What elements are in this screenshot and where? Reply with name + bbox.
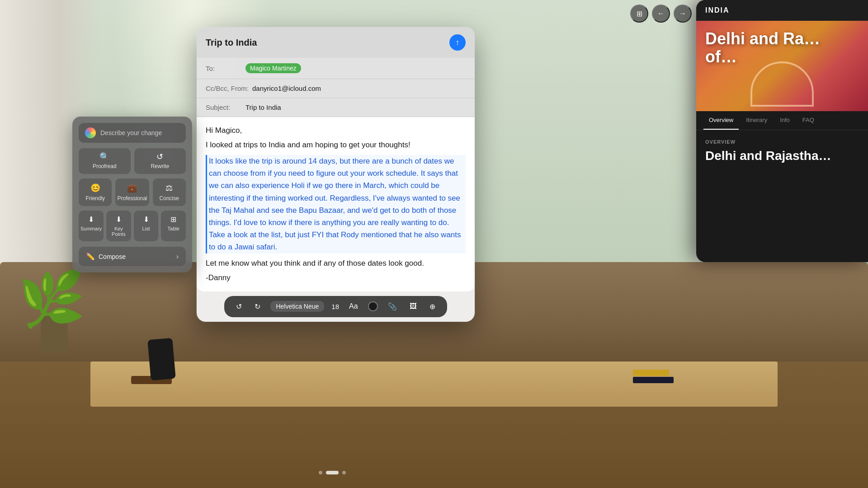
summary-label: Summary xyxy=(80,226,102,231)
email-first-line: I looked at trips to India and am hoping… xyxy=(206,141,466,150)
book-1 xyxy=(633,370,669,376)
email-fields: To: Magico Martinez Cc/Bcc, From: danyri… xyxy=(197,58,475,117)
professional-icon: 💼 xyxy=(127,183,137,193)
rewrite-button[interactable]: ↺ Rewrite xyxy=(134,148,186,174)
to-field-row: To: Magico Martinez xyxy=(197,58,475,79)
table-label: Table xyxy=(168,226,179,231)
proofread-icon: 🔍 xyxy=(99,153,109,161)
list-button[interactable]: ⬇ List xyxy=(134,211,159,241)
font-size-value: 18 xyxy=(331,303,339,310)
from-email: danyrico1@icloud.com xyxy=(252,84,321,92)
photo-button[interactable]: 🖼 xyxy=(407,300,420,312)
india-hero-text: Delhi and Ra…of… xyxy=(705,30,820,66)
ai-tools-grid: 🔍 Proofread ↺ Rewrite xyxy=(79,148,186,174)
concise-label: Concise xyxy=(160,195,179,202)
ai-icon xyxy=(85,127,96,138)
subject-value: Trip to India xyxy=(245,103,281,111)
book-2 xyxy=(633,377,674,383)
send-button[interactable] xyxy=(449,34,466,51)
rewrite-icon: ↺ xyxy=(156,153,163,161)
font-name-button[interactable]: Helvetica Neue xyxy=(270,301,324,312)
compose-left: ✏️ Compose xyxy=(86,252,126,261)
email-formatting-toolbar: ↺ ↻ Helvetica Neue 18 Aa 📎 🖼 ⊕ xyxy=(224,296,447,317)
email-selected-text: It looks like the trip is around 14 days… xyxy=(206,155,466,253)
summary-icon: ⬇ xyxy=(88,215,94,224)
page-dot-3 xyxy=(342,471,346,474)
summary-button[interactable]: ⬇ Summary xyxy=(79,211,104,241)
describe-placeholder: Describe your change xyxy=(100,129,162,136)
page-indicator xyxy=(319,471,346,474)
proofread-button[interactable]: 🔍 Proofread xyxy=(79,148,131,174)
compose-label: Compose xyxy=(99,253,126,260)
india-travel-panel: INDIA Delhi and Ra…of… Overview Itinerar… xyxy=(696,0,868,262)
more-options-button[interactable]: ⊕ xyxy=(427,300,438,313)
list-label: List xyxy=(142,226,150,231)
email-header: Trip to India xyxy=(197,27,475,58)
india-nav-faq[interactable]: FAQ xyxy=(797,111,820,130)
ai-format-row: ⬇ Summary ⬇ Key Points ⬇ List ⊞ Table xyxy=(79,211,186,241)
professional-label: Professional xyxy=(117,195,147,202)
india-navigation: Overview Itinerary Info FAQ xyxy=(696,111,868,130)
email-body[interactable]: Hi Magico, I looked at trips to India an… xyxy=(197,117,475,291)
ai-writing-panel: Describe your change 🔍 Proofread ↺ Rewri… xyxy=(72,117,192,272)
email-compose-window: Trip to India To: Magico Martinez Cc/Bcc… xyxy=(197,27,475,322)
key-points-icon: ⬇ xyxy=(116,215,122,224)
concise-button[interactable]: ⚖ Concise xyxy=(153,178,186,206)
india-header-bar: INDIA xyxy=(696,0,868,21)
subject-label: Subject: xyxy=(206,103,242,111)
font-size-button[interactable]: Aa xyxy=(346,300,361,312)
email-signature: -Danny xyxy=(206,273,466,282)
india-overview-section: OVERVIEW Delhi and Rajastha… xyxy=(696,130,868,173)
professional-button[interactable]: 💼 Professional xyxy=(115,178,149,206)
top-bar: ⊞ ← → xyxy=(630,5,692,23)
undo-button[interactable]: ↺ xyxy=(233,300,245,313)
nav-back-button[interactable]: ← xyxy=(652,5,670,23)
list-icon: ⬇ xyxy=(143,215,149,224)
email-window-title: Trip to India xyxy=(206,38,257,48)
rewrite-label: Rewrite xyxy=(151,163,169,169)
phone-object xyxy=(147,338,176,380)
page-dot-1 xyxy=(319,471,322,474)
redo-button[interactable]: ↻ xyxy=(252,300,263,313)
key-points-button[interactable]: ⬇ Key Points xyxy=(106,211,131,241)
cc-label: Cc/Bcc, From: xyxy=(206,84,249,92)
email-greeting: Hi Magico, xyxy=(206,126,466,135)
proofread-label: Proofread xyxy=(93,163,117,169)
books-stack xyxy=(633,370,674,384)
describe-change-input[interactable]: Describe your change xyxy=(79,123,186,143)
overview-section-title: Delhi and Rajastha… xyxy=(705,148,859,164)
key-points-label: Key Points xyxy=(108,226,129,237)
recipient-chip[interactable]: Magico Martinez xyxy=(245,63,301,73)
friendly-label: Friendly xyxy=(85,195,105,202)
compose-icon: ✏️ xyxy=(86,252,95,261)
india-nav-overview[interactable]: Overview xyxy=(703,111,739,130)
friendly-button[interactable]: 😊 Friendly xyxy=(79,178,112,206)
window-icon-button[interactable]: ⊞ xyxy=(630,5,648,23)
table-icon: ⊞ xyxy=(170,215,176,224)
ai-tone-row: 😊 Friendly 💼 Professional ⚖ Concise xyxy=(79,178,186,206)
compose-button[interactable]: ✏️ Compose › xyxy=(79,247,186,266)
page-dot-2 xyxy=(326,471,339,474)
overview-section-label: OVERVIEW xyxy=(705,139,859,145)
india-arch-decoration xyxy=(750,61,814,107)
india-nav-info[interactable]: Info xyxy=(774,111,795,130)
subject-field-row[interactable]: Subject: Trip to India xyxy=(197,98,475,117)
coffee-table xyxy=(90,361,778,407)
compose-arrow-icon: › xyxy=(176,253,179,261)
email-closing: Let me know what you think and if any of… xyxy=(206,259,466,268)
india-hero-image: Delhi and Ra…of… xyxy=(696,21,868,111)
concise-icon: ⚖ xyxy=(165,183,173,193)
table-button[interactable]: ⊞ Table xyxy=(161,211,186,241)
to-label: To: xyxy=(206,65,242,72)
cc-field-row[interactable]: Cc/Bcc, From: danyrico1@icloud.com xyxy=(197,79,475,98)
india-nav-itinerary[interactable]: Itinerary xyxy=(741,111,773,130)
nav-forward-button[interactable]: → xyxy=(674,5,692,23)
attachment-button[interactable]: 📎 xyxy=(385,300,400,313)
color-picker-button[interactable] xyxy=(368,301,378,311)
friendly-icon: 😊 xyxy=(90,183,100,193)
india-panel-title: INDIA xyxy=(705,6,730,14)
